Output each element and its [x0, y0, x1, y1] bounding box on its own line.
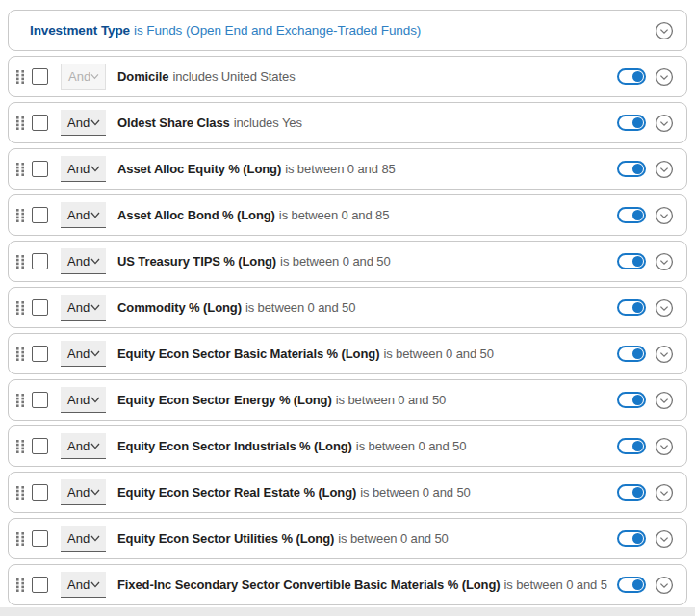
rule-field-name: Domicile — [117, 69, 168, 84]
chevron-down-circle-icon[interactable] — [655, 483, 674, 502]
rule-field-name: Investment Type — [30, 23, 130, 38]
filter-row: And Oldest Share Classincludes Yes — [8, 102, 687, 143]
operator-dropdown[interactable]: And — [61, 202, 106, 228]
toggle-knob — [632, 579, 643, 590]
row-checkbox[interactable] — [32, 392, 48, 408]
enable-toggle[interactable] — [617, 530, 646, 547]
drag-handle-icon[interactable] — [16, 532, 25, 546]
enable-toggle[interactable] — [617, 68, 646, 85]
rule-text: Equity Econ Sector Real Estate % (Long)i… — [117, 485, 607, 500]
filter-row: And Equity Econ Sector Utilities % (Long… — [8, 518, 687, 559]
filter-row: And Equity Econ Sector Real Estate % (Lo… — [8, 472, 687, 513]
chevron-down-circle-icon[interactable] — [655, 114, 674, 133]
row-checkbox[interactable] — [32, 68, 48, 85]
row-checkbox[interactable] — [32, 253, 48, 270]
rule-text: Domicileincludes United States — [117, 69, 607, 84]
chevron-down-circle-icon[interactable] — [655, 252, 674, 271]
filter-row: And Equity Econ Sector Industrials % (Lo… — [8, 425, 687, 467]
enable-toggle[interactable] — [617, 438, 646, 454]
toggle-knob — [632, 256, 643, 267]
drag-handle-icon[interactable] — [16, 578, 25, 592]
toggle-knob — [632, 441, 643, 451]
rule-condition: is between 0 and 50 — [504, 578, 607, 592]
row-checkbox[interactable] — [32, 438, 48, 454]
filter-rows: And Domicileincludes United States — [8, 56, 687, 605]
operator-dropdown[interactable]: And — [61, 526, 106, 552]
row-checkbox[interactable] — [32, 207, 48, 223]
drag-handle-icon[interactable] — [16, 440, 25, 453]
enable-toggle[interactable] — [617, 577, 646, 593]
operator-dropdown[interactable]: And — [61, 572, 106, 598]
operator-dropdown[interactable]: And — [61, 295, 106, 321]
drag-handle-icon[interactable] — [16, 70, 25, 84]
chevron-down-circle-icon[interactable] — [655, 206, 674, 225]
chevron-down-icon — [90, 581, 100, 588]
filter-row: And Equity Econ Sector Energy % (Long)is… — [8, 379, 687, 421]
operator-dropdown[interactable]: And — [61, 64, 106, 90]
drag-handle-icon[interactable] — [16, 209, 25, 222]
operator-label: And — [67, 531, 90, 546]
enable-toggle[interactable] — [617, 346, 646, 362]
chevron-down-circle-icon[interactable] — [655, 576, 674, 595]
enable-toggle[interactable] — [617, 299, 646, 316]
drag-handle-icon[interactable] — [16, 486, 25, 500]
rule-text: Equity Econ Sector Basic Materials % (Lo… — [117, 346, 607, 361]
chevron-down-circle-icon[interactable] — [655, 345, 674, 364]
operator-dropdown[interactable]: And — [61, 479, 106, 505]
rule-field-name: Commodity % (Long) — [117, 300, 242, 315]
drag-handle-icon[interactable] — [16, 163, 25, 176]
rule-field-name: Oldest Share Class — [117, 116, 230, 130]
filter-row: And Commodity % (Long)is between 0 and 5… — [8, 287, 687, 328]
row-checkbox[interactable] — [32, 115, 48, 131]
chevron-down-icon — [90, 119, 100, 126]
drag-handle-icon[interactable] — [16, 116, 25, 130]
operator-dropdown[interactable]: And — [61, 387, 106, 413]
operator-label: And — [67, 485, 90, 500]
chevron-down-circle-icon[interactable] — [655, 21, 674, 40]
enable-toggle[interactable] — [617, 253, 646, 270]
operator-dropdown[interactable]: And — [61, 156, 106, 182]
drag-handle-icon[interactable] — [16, 301, 25, 315]
row-checkbox[interactable] — [32, 161, 48, 177]
rule-text: Commodity % (Long)is between 0 and 50 — [117, 300, 607, 315]
row-checkbox[interactable] — [32, 530, 48, 547]
row-checkbox[interactable] — [32, 346, 48, 362]
rule-condition: is between 0 and 50 — [336, 393, 446, 407]
row-checkbox[interactable] — [32, 484, 48, 500]
enable-toggle[interactable] — [617, 392, 646, 408]
rule-text: US Treasury TIPS % (Long)is between 0 an… — [117, 254, 607, 269]
operator-dropdown[interactable]: And — [61, 433, 106, 459]
toggle-knob — [632, 348, 643, 359]
drag-handle-icon[interactable] — [16, 394, 25, 407]
filter-row: And Asset Alloc Bond % (Long)is between … — [8, 194, 687, 236]
enable-toggle[interactable] — [617, 161, 646, 177]
enable-toggle[interactable] — [617, 115, 646, 131]
rule-text: Equity Econ Sector Energy % (Long)is bet… — [117, 393, 607, 407]
drag-handle-icon[interactable] — [16, 255, 25, 269]
chevron-down-icon — [90, 258, 100, 265]
rule-field-name: Equity Econ Sector Industrials % (Long) — [117, 439, 352, 453]
chevron-down-circle-icon[interactable] — [655, 160, 674, 179]
rule-condition: is between 0 and 50 — [280, 254, 390, 269]
enable-toggle[interactable] — [617, 207, 646, 223]
chevron-down-circle-icon[interactable] — [655, 529, 674, 549]
rule-text: Oldest Share Classincludes Yes — [117, 116, 607, 130]
rule-condition: includes Yes — [234, 116, 302, 130]
operator-dropdown[interactable]: And — [61, 248, 106, 274]
operator-dropdown[interactable]: And — [61, 110, 106, 136]
chevron-down-circle-icon[interactable] — [655, 298, 674, 318]
chevron-down-circle-icon[interactable] — [655, 437, 674, 456]
chevron-down-icon — [90, 489, 100, 496]
rule-text: Equity Econ Sector Industrials % (Long)i… — [117, 439, 607, 453]
operator-label: And — [67, 162, 90, 176]
enable-toggle[interactable] — [617, 484, 646, 500]
chevron-down-circle-icon[interactable] — [655, 391, 674, 410]
drag-handle-icon[interactable] — [16, 347, 25, 361]
rule-condition: includes United States — [172, 69, 295, 84]
rule-field-name: Fixed-Inc Secondary Sector Convertible B… — [117, 578, 501, 592]
chevron-down-circle-icon[interactable] — [655, 67, 674, 87]
row-checkbox[interactable] — [32, 299, 48, 316]
operator-dropdown[interactable]: And — [61, 341, 106, 367]
row-checkbox[interactable] — [32, 577, 48, 593]
rule-condition: is between 0 and 85 — [279, 208, 389, 222]
